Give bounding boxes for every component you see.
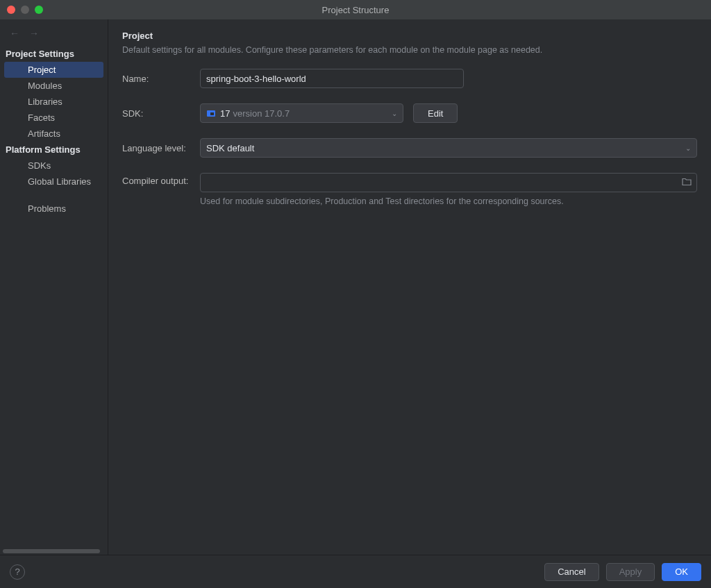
compiler-output-row: Compiler output: Used for module subdire… <box>122 173 697 206</box>
maximize-window-button[interactable] <box>35 6 43 14</box>
chevron-down-icon: ⌄ <box>392 110 397 117</box>
compiler-output-hint: Used for module subdirectories, Producti… <box>200 196 697 206</box>
project-name-input[interactable] <box>200 69 464 88</box>
sdk-number: 17 <box>220 108 230 119</box>
sidebar-item-label: Problems <box>28 203 66 214</box>
section-description: Default settings for all modules. Config… <box>122 45 697 55</box>
sidebar-item-problems[interactable]: Problems <box>0 201 108 217</box>
sidebar-item-sdks[interactable]: SDKs <box>0 158 108 174</box>
sidebar-item-label: Facets <box>28 112 55 123</box>
platform-settings-header: Platform Settings <box>0 142 108 158</box>
project-settings-header: Project Settings <box>0 46 108 62</box>
name-row: Name: <box>122 69 697 88</box>
sidebar-item-libraries[interactable]: Libraries <box>0 94 108 110</box>
apply-button: Apply <box>606 563 655 581</box>
ok-button[interactable]: OK <box>662 563 701 581</box>
sidebar-item-label: Project <box>28 65 56 75</box>
folder-java-icon <box>206 108 216 118</box>
compiler-output-input[interactable] <box>200 173 697 192</box>
svg-rect-1 <box>210 112 214 115</box>
window-title: Project Structure <box>322 5 390 15</box>
name-label: Name: <box>122 74 200 84</box>
close-window-button[interactable] <box>7 6 15 14</box>
content-panel: Project Default settings for all modules… <box>108 19 711 555</box>
sidebar-item-label: Global Libraries <box>28 176 91 187</box>
language-level-value: SDK default <box>206 143 254 153</box>
dialog-footer: ? Cancel Apply OK <box>0 555 711 588</box>
sidebar: ← → Project Settings Project Modules Lib… <box>0 19 108 555</box>
minimize-window-button[interactable] <box>21 6 29 14</box>
sdk-version-detail: version 17.0.7 <box>233 108 290 119</box>
forward-arrow-icon[interactable]: → <box>29 28 39 39</box>
compiler-output-label: Compiler output: <box>122 173 200 186</box>
sidebar-item-artifacts[interactable]: Artifacts <box>0 126 108 142</box>
help-icon: ? <box>15 566 19 577</box>
sdk-select[interactable]: 17 version 17.0.7 ⌄ <box>200 103 403 123</box>
chevron-down-icon: ⌄ <box>685 144 691 152</box>
window-controls <box>0 6 43 14</box>
sdk-row: SDK: 17 version 17.0.7 ⌄ Edit <box>122 103 697 123</box>
edit-sdk-button[interactable]: Edit <box>413 103 458 123</box>
sdk-label: SDK: <box>122 108 200 119</box>
back-arrow-icon[interactable]: ← <box>10 28 19 39</box>
sidebar-item-global-libraries[interactable]: Global Libraries <box>0 174 108 190</box>
scrollbar-thumb[interactable] <box>3 549 100 553</box>
browse-folder-icon[interactable] <box>682 177 692 189</box>
sidebar-item-label: Libraries <box>28 96 62 107</box>
sidebar-item-modules[interactable]: Modules <box>0 78 108 94</box>
language-level-row: Language level: SDK default ⌄ <box>122 138 697 158</box>
sidebar-scrollbar[interactable] <box>0 549 108 555</box>
section-title: Project <box>122 31 697 41</box>
help-button[interactable]: ? <box>10 564 25 580</box>
language-level-label: Language level: <box>122 143 200 153</box>
titlebar: Project Structure <box>0 0 711 19</box>
cancel-button[interactable]: Cancel <box>544 563 599 581</box>
nav-arrows: ← → <box>0 19 108 46</box>
language-level-select[interactable]: SDK default ⌄ <box>200 138 697 158</box>
sidebar-item-project[interactable]: Project <box>4 62 103 78</box>
sidebar-item-label: SDKs <box>28 160 51 171</box>
sidebar-item-label: Artifacts <box>28 128 60 139</box>
sidebar-item-label: Modules <box>28 81 62 91</box>
sidebar-item-facets[interactable]: Facets <box>0 110 108 126</box>
